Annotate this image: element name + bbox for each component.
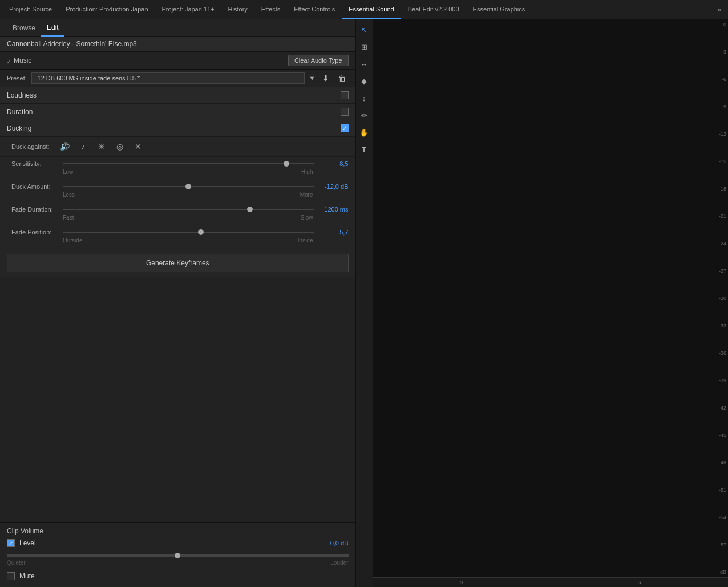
sub-tab-edit[interactable]: Edit <box>41 19 64 37</box>
loudness-section-row[interactable]: Loudness <box>0 87 355 104</box>
empty-space <box>0 278 355 522</box>
file-name: Cannonball Adderley - Somethin' Else.mp3 <box>0 37 355 52</box>
ducking-section-row[interactable]: Ducking <box>0 120 355 137</box>
preset-label: Preset: <box>7 75 27 82</box>
duck-amount-value: -12,0 dB <box>314 183 349 190</box>
duck-amount-row: Duck Amount: -12,0 dB Less More <box>0 180 355 203</box>
level-left-label: Quieter <box>7 560 26 566</box>
fade-position-label: Fade Position: <box>11 229 63 236</box>
vu-tick-18: -18 <box>373 185 729 193</box>
duck-against-row: Duck against: 🔊 ♪ ✳ ◎ ✕ <box>0 137 355 157</box>
vu-tick-45: -45 <box>373 431 729 439</box>
level-slider[interactable] <box>7 554 349 557</box>
fade-position-left-label: Outside <box>11 237 298 244</box>
vu-tick-54: -54 <box>373 513 729 521</box>
vu-tick-24: -24 <box>373 240 729 248</box>
vu-tick-27: -27 <box>373 267 729 275</box>
text-tool-button[interactable]: T <box>357 143 371 156</box>
duration-section-row[interactable]: Duration <box>0 104 355 120</box>
vu-label-s1: S <box>460 580 463 585</box>
ducking-checkbox[interactable] <box>341 124 349 132</box>
duration-title: Duration <box>7 108 341 116</box>
fade-duration-row: Fade Duration: 1200 ms Fast Slow <box>0 203 355 225</box>
preset-select[interactable]: -12 DB 600 MS inside fade sens 8.5 * <box>31 72 305 84</box>
fade-duration-label: Fade Duration: <box>11 206 63 213</box>
vu-tick-39: -39 <box>373 377 729 384</box>
duration-checkbox[interactable] <box>341 108 349 116</box>
level-row: Level 0,0 dB <box>0 537 355 549</box>
tab-effect-controls[interactable]: Effect Controls <box>287 0 342 19</box>
vu-tick-21: -21 <box>373 212 729 220</box>
clear-audio-type-button[interactable]: Clear Audio Type <box>288 55 349 66</box>
level-value: 0,0 dB <box>320 540 349 546</box>
audio-type-row: ♪ Music Clear Audio Type <box>0 52 355 70</box>
sensitivity-slider[interactable] <box>63 163 314 164</box>
duck-icon-other[interactable]: ✕ <box>132 140 144 153</box>
fade-position-right-label: Inside <box>298 237 349 244</box>
razor-tool-button[interactable]: ◆ <box>357 74 371 88</box>
more-tabs-button[interactable]: » <box>713 6 726 14</box>
vu-tick-12: -12 <box>373 130 729 138</box>
duck-amount-label: Duck Amount: <box>11 183 63 190</box>
tab-production-japan[interactable]: Production: Production Japan <box>59 0 155 19</box>
tab-bar: Project: Source Production: Production J… <box>0 0 728 19</box>
sub-tab-bar: Browse Edit <box>0 19 355 37</box>
level-checkbox[interactable] <box>7 539 15 547</box>
fade-position-slider[interactable] <box>63 232 314 233</box>
duck-icon-dialogue[interactable]: 🔊 <box>59 140 71 153</box>
fade-duration-value: 1200 ms <box>314 206 349 213</box>
selection-tool-button[interactable]: ↖ <box>357 23 371 37</box>
mute-checkbox[interactable] <box>7 572 15 580</box>
duck-icon-ambience[interactable]: ◎ <box>114 140 126 153</box>
hand-tool-button[interactable]: ✋ <box>357 126 371 139</box>
vu-scale: -0 -3 -6 -9 -12 -15 -18 -21 -24 -27 -30 … <box>373 19 729 577</box>
sensitivity-row: Sensitivity: 8,5 Low High <box>0 157 355 180</box>
fade-duration-right-label: Slow <box>301 214 349 221</box>
tab-project-source[interactable]: Project: Source <box>2 0 59 19</box>
duck-icon-sfx[interactable]: ✳ <box>95 140 108 153</box>
vu-tick-57: -57 <box>373 541 729 549</box>
music-note-icon: ♪ <box>7 56 10 64</box>
vu-tick-48: -48 <box>373 459 729 467</box>
level-slider-row: Quieter Louder <box>0 549 355 569</box>
vu-tick-51: -51 <box>373 486 729 494</box>
right-toolbar: ↖ ⊞ ↔ ◆ ↕ ✏ ✋ T <box>355 19 373 587</box>
vu-meter: -0 -3 -6 -9 -12 -15 -18 -21 -24 -27 -30 … <box>373 19 729 587</box>
mute-row: Mute <box>0 569 355 587</box>
slip-tool-button[interactable]: ↕ <box>357 91 371 105</box>
sensitivity-right-label: High <box>301 169 349 175</box>
fade-duration-left-label: Fast <box>11 214 301 221</box>
pen-tool-button[interactable]: ✏ <box>357 108 371 122</box>
vu-tick-9: -9 <box>373 103 729 111</box>
tab-effects[interactable]: Effects <box>254 0 287 19</box>
ducking-section: Duck against: 🔊 ♪ ✳ ◎ ✕ Sensitivity: <box>0 137 355 278</box>
tab-beat-edit[interactable]: Beat Edit v2.2.000 <box>401 0 466 19</box>
vu-tick-db: dB <box>373 568 729 576</box>
ducking-title: Ducking <box>7 124 341 132</box>
tab-essential-sound[interactable]: Essential Sound <box>342 0 401 19</box>
vu-tick-30: -30 <box>373 294 729 302</box>
vu-tick-36: -36 <box>373 349 729 357</box>
sub-tab-browse[interactable]: Browse <box>7 19 41 37</box>
duck-amount-slider[interactable] <box>63 186 314 187</box>
level-label: Level <box>19 539 316 547</box>
generate-keyframes-button[interactable]: Generate Keyframes <box>7 254 349 272</box>
fade-duration-slider[interactable] <box>63 209 314 210</box>
tab-essential-graphics[interactable]: Essential Graphics <box>466 0 532 19</box>
vu-tick-42: -42 <box>373 404 729 412</box>
vu-labels: S S <box>373 577 729 587</box>
fade-position-value: 5,7 <box>314 229 349 236</box>
duck-icon-music[interactable]: ♪ <box>77 140 90 153</box>
vu-tick-15: -15 <box>373 157 729 165</box>
preset-save-button[interactable]: ⬇ <box>320 72 331 84</box>
audio-type-label: Music <box>14 56 31 64</box>
track-select-tool-button[interactable]: ⊞ <box>357 40 371 54</box>
vu-tick-0: -0 <box>373 21 729 29</box>
tab-history[interactable]: History <box>221 0 254 19</box>
ripple-edit-tool-button[interactable]: ↔ <box>357 57 371 71</box>
level-right-label: Louder <box>330 560 348 566</box>
loudness-checkbox[interactable] <box>341 91 349 99</box>
preset-row: Preset: -12 DB 600 MS inside fade sens 8… <box>0 70 355 87</box>
tab-project-japan[interactable]: Project: Japan 11+ <box>155 0 221 19</box>
preset-delete-button[interactable]: 🗑 <box>336 72 349 84</box>
